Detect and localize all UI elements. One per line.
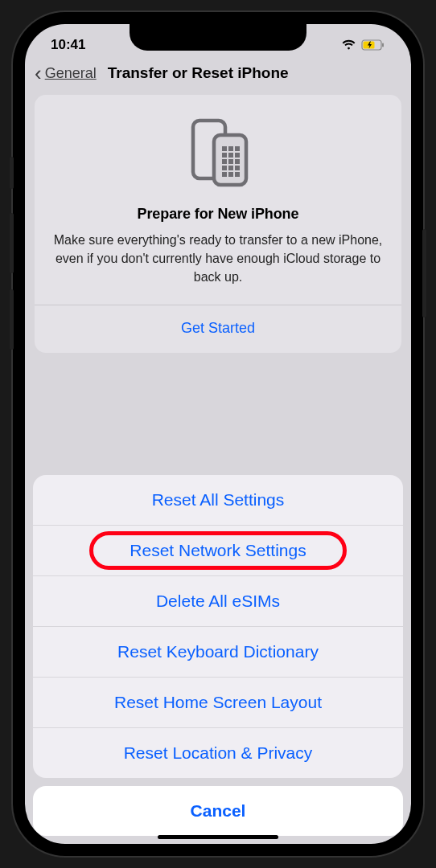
phone-frame: 10:41 ‹ General Transfer or Reset iPhone <box>13 12 423 856</box>
card-title: Prepare for New iPhone <box>49 206 387 223</box>
card-description: Make sure everything's ready to transfer… <box>49 231 387 305</box>
home-indicator[interactable] <box>158 835 278 839</box>
screen: 10:41 ‹ General Transfer or Reset iPhone <box>25 24 411 844</box>
nav-bar: ‹ General Transfer or Reset iPhone <box>25 58 411 95</box>
option-label: Reset Network Settings <box>130 541 306 559</box>
prepare-card: Prepare for New iPhone Make sure everyth… <box>35 95 401 353</box>
back-chevron-icon[interactable]: ‹ <box>35 63 42 84</box>
get-started-button[interactable]: Get Started <box>49 305 387 353</box>
silent-switch <box>10 157 14 189</box>
action-sheet: Reset Reset All Settings Reset Network S… <box>25 475 411 844</box>
power-button <box>422 229 426 317</box>
wifi-icon <box>341 39 356 51</box>
delete-all-esims-button[interactable]: Delete All eSIMs <box>33 576 403 627</box>
reset-location-privacy-button[interactable]: Reset Location & Privacy <box>33 728 403 778</box>
svg-rect-16 <box>235 166 240 170</box>
svg-rect-5 <box>222 146 227 151</box>
status-icons <box>341 39 385 51</box>
svg-rect-10 <box>235 153 240 158</box>
reset-home-screen-layout-button[interactable]: Reset Home Screen Layout <box>33 678 403 728</box>
volume-down-button <box>10 289 14 350</box>
svg-rect-7 <box>235 146 240 151</box>
notch <box>130 24 306 51</box>
svg-rect-13 <box>235 159 240 164</box>
svg-rect-12 <box>228 159 233 164</box>
svg-rect-17 <box>222 172 227 177</box>
back-button[interactable]: General <box>45 65 97 82</box>
svg-rect-15 <box>228 166 233 170</box>
svg-rect-19 <box>235 172 240 177</box>
svg-rect-18 <box>228 172 233 177</box>
svg-rect-6 <box>228 146 233 151</box>
svg-rect-9 <box>228 153 233 158</box>
reset-options-group: Reset All Settings Reset Network Setting… <box>33 475 403 778</box>
devices-icon <box>49 117 387 191</box>
page-title: Transfer or Reset iPhone <box>108 64 289 82</box>
reset-all-settings-button[interactable]: Reset All Settings <box>33 475 403 526</box>
svg-rect-14 <box>222 166 227 170</box>
svg-rect-2 <box>382 43 384 47</box>
battery-icon <box>361 39 385 51</box>
status-time: 10:41 <box>51 37 85 53</box>
svg-rect-11 <box>222 159 227 164</box>
reset-keyboard-dictionary-button[interactable]: Reset Keyboard Dictionary <box>33 627 403 678</box>
reset-network-settings-button[interactable]: Reset Network Settings <box>33 526 403 576</box>
cancel-button[interactable]: Cancel <box>33 786 403 836</box>
content: Prepare for New iPhone Make sure everyth… <box>25 95 411 353</box>
svg-rect-8 <box>222 153 227 158</box>
volume-up-button <box>10 213 14 273</box>
